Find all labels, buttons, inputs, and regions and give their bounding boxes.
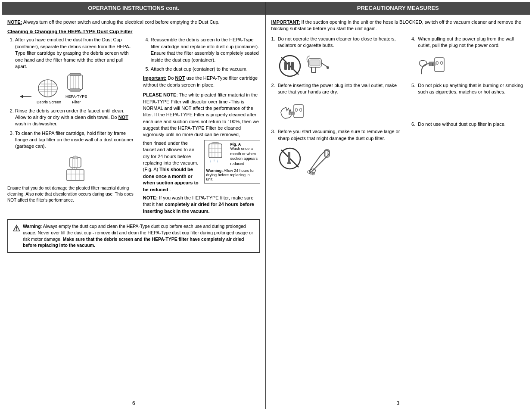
note-hepa-text: NOTE: If you wash the HEPA-TYPE filter, … [143, 195, 260, 215]
svg-rect-50 [289, 112, 295, 115]
vacuum-icon [306, 54, 330, 78]
note-text: Always turn off the power switch and unp… [23, 19, 220, 25]
svg-rect-22 [70, 158, 81, 167]
step-2-text: Rinse the debris screen under the faucet… [15, 108, 128, 127]
please-note-section: PLEASE NOTE: The white pleated filter ma… [143, 92, 260, 215]
debris-label: Debris Screen [37, 100, 61, 105]
svg-point-49 [299, 108, 302, 112]
svg-point-28 [76, 168, 78, 169]
prec-item-1-icons [278, 54, 408, 78]
debris-filter-illustration: Debris Screen [19, 72, 136, 105]
step-3-text: To clean the HEPA filter cartridge, hold… [15, 131, 134, 149]
svg-rect-63 [435, 58, 444, 72]
prec-item-3-icons [278, 147, 408, 177]
warning-triangle-icon: ⚠ [12, 222, 20, 234]
prec-right-col: 4. When pulling out the power plug from … [411, 36, 525, 181]
plug-pull-icon [418, 54, 446, 78]
warning-box-text: Warning: Always empty the dust cup and c… [23, 223, 255, 249]
left-steps-col: After you have emptied the dust from the… [7, 37, 136, 215]
debris-screen-item: Debris Screen [37, 78, 61, 105]
left-content: NOTE: Always turn off the power switch a… [2, 15, 265, 398]
left-panel: OPERATING INSTRUCTIONS cont. NOTE: Alway… [2, 2, 266, 409]
svg-point-27 [74, 168, 75, 168]
arrow-icon [19, 88, 32, 105]
no-heat-icon [278, 54, 302, 78]
fig-a-caption-col: Fig. A Wash once a month or when suction… [230, 142, 258, 167]
svg-marker-1 [20, 95, 23, 98]
svg-point-26 [72, 168, 73, 169]
important-note: Important: Do NOT use the HEPA-Type filt… [143, 75, 260, 88]
warning-box: ⚠ Warning: Always empty the dust cup and… [7, 219, 260, 253]
step-5-text: Attach the dust cup (container) to the v… [151, 66, 248, 72]
svg-rect-16 [70, 89, 81, 91]
prec-item-4-icons [418, 54, 525, 78]
prec-item-6-text: Do not use without dust cup filter in pl… [418, 121, 506, 128]
svg-rect-29 [209, 144, 222, 158]
svg-line-42 [321, 63, 328, 67]
prec-item-1: 1. Do not operate the vacuum cleaner too… [271, 36, 408, 49]
svg-rect-55 [288, 152, 290, 162]
left-page-number: 6 [2, 398, 265, 409]
fig-warning: Warning: Allow 24 hours for drying befor… [206, 168, 258, 181]
prec-important: IMPORTANT: If the suction opening in the… [271, 19, 525, 32]
hands-dry-icon [278, 100, 306, 124]
step-1-text: After you have emptied the dust from the… [15, 37, 131, 69]
prec-important-text: If the suction opening in the unit or th… [271, 19, 521, 31]
step-4: Reassemble the debris screen to the HEPA… [151, 37, 260, 63]
prec-item-6: 6. Do not use without dust cup filter in… [411, 121, 525, 128]
step-4-text: Reassemble the debris screen to the HEPA… [151, 37, 259, 62]
section-heading: Cleaning & Changing the HEPA-TYPE Dust C… [7, 29, 260, 34]
prec-item-4: 4. When pulling out the power plug from … [411, 36, 525, 49]
svg-point-64 [436, 61, 439, 65]
prec-item-5-text: Do not pick up anything that is burning … [418, 82, 525, 96]
svg-rect-47 [294, 105, 303, 118]
no-sharp-icon [278, 147, 302, 177]
important-label: Important: [143, 75, 166, 81]
note-label: NOTE: [7, 19, 22, 25]
prec-item-2: 2. Before inserting the power plug into … [271, 82, 408, 96]
prec-item-4-text: When pulling out the power plug from the… [418, 36, 525, 49]
warning-label: Warning [23, 224, 41, 229]
prec-item-5: 5. Do not pick up anything that is burni… [411, 82, 525, 96]
right-panel: PRECAUTIONARY MEASURES IMPORTANT: If the… [266, 2, 530, 409]
svg-rect-41 [310, 60, 320, 66]
step-2: Rinse the debris screen under the faucet… [15, 108, 136, 128]
prec-item-1-text: Do not operate the vacuum cleaner too cl… [278, 36, 407, 49]
svg-rect-38 [288, 62, 290, 70]
right-page-number: 3 [266, 398, 530, 409]
fig-a-box: Fig. A Wash once a month or when suction… [204, 140, 260, 184]
note-hepa-body: If you wash the HEPA-TYPE filter, make s… [143, 195, 254, 214]
left-header-text: OPERATING INSTRUCTIONS cont. [88, 5, 179, 11]
svg-point-65 [441, 61, 443, 65]
please-note-text: PLEASE NOTE: The white pleated filter ma… [143, 92, 260, 138]
left-steps-list: After you have emptied the dust from the… [7, 37, 136, 182]
right-content: IMPORTANT: If the suction opening in the… [266, 15, 530, 398]
right-header: PRECAUTIONARY MEASURES [266, 2, 530, 15]
prec-left-col: 1. Do not operate the vacuum cleaner too… [271, 36, 408, 181]
svg-rect-15 [70, 73, 81, 76]
tapping-illustration [15, 153, 136, 183]
prec-item-3-text: Before you start vacuuming, make sure to… [278, 128, 407, 142]
prec-item-3: 3. Before you start vacuuming, make sure… [271, 128, 408, 142]
step-5: Attach the dust cup (container) to the v… [151, 66, 260, 72]
svg-point-48 [295, 108, 297, 112]
note-line: NOTE: Always turn off the power switch a… [7, 19, 260, 25]
prec-item-2-text: Before inserting the power plug into the… [278, 82, 407, 96]
prec-item-2-icons [278, 100, 408, 124]
please-note-label: PLEASE NOTE [143, 92, 177, 97]
right-steps-list: Reassemble the debris screen to the HEPA… [143, 37, 260, 72]
svg-rect-10 [68, 75, 83, 90]
svg-marker-56 [287, 162, 291, 164]
svg-point-43 [327, 66, 329, 69]
prec-important-label: IMPORTANT: [271, 19, 300, 25]
note-hepa-label: NOTE: [143, 195, 158, 200]
ensure-text: Ensure that you do not damage the pleate… [7, 185, 136, 203]
precaution-columns: 1. Do not operate the vacuum cleaner too… [271, 36, 525, 181]
svg-rect-37 [284, 62, 287, 70]
hepa-label: HEPA-TYPE Filter [65, 94, 87, 105]
hepa-filter-item: HEPA-TYPE Filter [65, 72, 87, 105]
right-steps-col: Reassemble the debris screen to the HEPA… [143, 37, 260, 215]
step-3: To clean the HEPA filter cartridge, hold… [15, 130, 136, 183]
fig-a-caption: Wash once a month or when suction appear… [230, 146, 258, 167]
left-header: OPERATING INSTRUCTIONS cont. [2, 2, 265, 15]
